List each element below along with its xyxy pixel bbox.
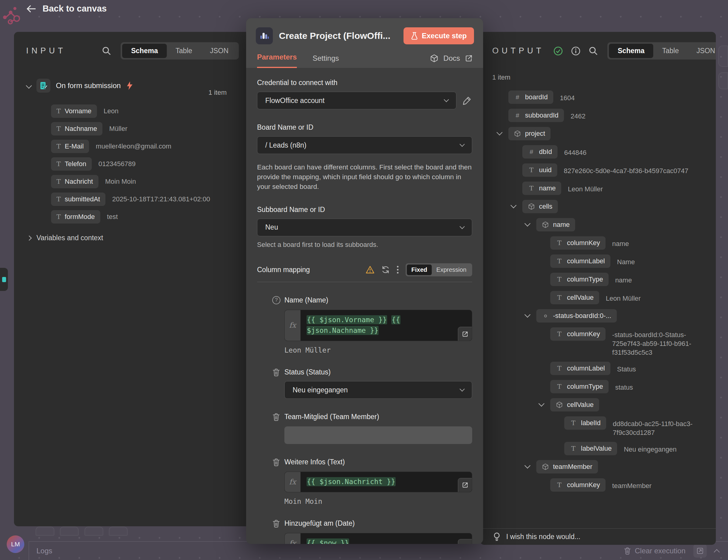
input-field-row[interactable]: T Nachricht Moin Moin xyxy=(51,175,250,188)
input-source-row[interactable]: On form submission 1 item xyxy=(27,75,239,97)
tree-key-pill[interactable]: # boardId xyxy=(508,91,553,104)
tree-row[interactable]: # subboardId 2462 xyxy=(480,109,716,122)
logs-label[interactable]: Logs xyxy=(36,547,52,555)
tree-key-pill[interactable]: name xyxy=(536,218,575,232)
tree-key-pill[interactable]: T labelValue xyxy=(564,442,617,455)
chevron-icon[interactable] xyxy=(524,221,531,227)
tree-key-pill[interactable]: T columnLabel xyxy=(550,255,610,268)
board-select[interactable]: / Leads (n8n) xyxy=(257,136,472,154)
tree-row[interactable]: T columnKey name xyxy=(480,236,716,250)
tree-row[interactable]: T uuid 827e260c-5d0e-4ca7-bf36-b4597cac0… xyxy=(480,163,716,177)
trash-icon[interactable] xyxy=(272,519,280,528)
toggle-expression[interactable]: Expression xyxy=(432,265,471,275)
credential-select[interactable]: FlowOffice account xyxy=(257,92,456,109)
edit-credential-pencil-icon[interactable] xyxy=(462,95,472,106)
expand-expression-icon[interactable] xyxy=(458,327,472,341)
refresh-icon[interactable] xyxy=(381,266,390,274)
chevron-up-icon[interactable] xyxy=(714,549,720,555)
tree-key-pill[interactable]: -status-boardId:0-... xyxy=(536,309,617,322)
avatar[interactable]: LM xyxy=(7,535,24,553)
tab-json[interactable]: JSON xyxy=(201,44,237,58)
tree-row[interactable]: -status-boardId:0-... xyxy=(480,309,716,322)
tree-row[interactable]: project xyxy=(480,127,716,140)
tree-key-pill[interactable]: T columnLabel xyxy=(550,362,610,375)
tree-key-pill[interactable]: T columnKey xyxy=(550,327,606,341)
input-field-row[interactable]: T Telefon 0123456789 xyxy=(51,157,250,171)
team-member-input[interactable] xyxy=(284,426,472,444)
field-key-pill[interactable]: T Nachricht xyxy=(51,175,98,188)
chevron-down-icon[interactable] xyxy=(26,83,32,89)
tree-row[interactable]: cells xyxy=(480,200,716,213)
tree-row[interactable]: T columnType name xyxy=(480,273,716,286)
back-to-canvas[interactable]: Back to canvas xyxy=(26,4,107,14)
expression-code[interactable]: {{ $json.Nachricht }} xyxy=(300,472,472,492)
docs-link[interactable]: Docs xyxy=(443,54,460,63)
open-logs-panel-icon[interactable] xyxy=(693,544,707,558)
expression-editor[interactable]: fx {{ $json.Vorname }} {{ $json.Nachname… xyxy=(284,310,472,341)
tree-row[interactable]: # dbId 644846 xyxy=(480,145,716,159)
expand-expression-icon[interactable] xyxy=(458,539,472,544)
execute-step-button[interactable]: Execute step xyxy=(403,27,474,44)
collapsed-node-tab[interactable] xyxy=(0,268,8,291)
tree-key-pill[interactable]: T uuid xyxy=(522,163,557,177)
tree-row[interactable]: T labelValue Neu eingegangen xyxy=(480,442,716,455)
tree-key-pill[interactable]: cells xyxy=(522,200,558,213)
node-feedback-bar[interactable]: I wish this node would... xyxy=(480,528,716,545)
kebab-menu-icon[interactable] xyxy=(397,265,399,274)
tree-row[interactable]: T columnKey teamMember xyxy=(480,478,716,492)
tab-parameters[interactable]: Parameters xyxy=(257,53,297,68)
subboard-select[interactable]: Neu xyxy=(257,219,472,236)
tree-key-pill[interactable]: # dbId xyxy=(522,145,558,159)
search-icon[interactable] xyxy=(589,46,598,56)
tree-row[interactable]: # boardId 1604 xyxy=(480,91,716,104)
tab-schema[interactable]: Schema xyxy=(122,44,167,58)
tree-row[interactable]: T columnLabel Name xyxy=(480,255,716,268)
toggle-fixed[interactable]: Fixed xyxy=(407,265,432,275)
field-key-pill[interactable]: T Vorname xyxy=(51,105,97,118)
tree-row[interactable]: cellValue xyxy=(480,398,716,411)
tree-key-pill[interactable]: T labelId xyxy=(564,416,606,430)
expression-code[interactable]: {{ $json.Vorname }} {{ $json.Nachname }} xyxy=(300,310,472,341)
tree-row[interactable]: T columnKey -status-boardId:0-Status-725… xyxy=(480,327,716,357)
chevron-icon[interactable] xyxy=(496,129,503,136)
tree-key-pill[interactable]: T columnKey xyxy=(550,478,606,492)
tree-key-pill[interactable]: T columnType xyxy=(550,273,609,286)
tree-row[interactable]: T labelId dd8dcab0-ac25-11f0-bac3-7f9c30… xyxy=(480,416,716,437)
tree-key-pill[interactable]: T columnType xyxy=(550,380,609,393)
tab-json[interactable]: JSON xyxy=(688,44,716,58)
status-select[interactable]: Neu eingegangen xyxy=(284,381,472,399)
variables-and-context[interactable]: Variables and context xyxy=(27,234,250,242)
field-key-pill[interactable]: T E-Mail xyxy=(51,140,89,153)
tree-key-pill[interactable]: cellValue xyxy=(550,398,599,411)
clear-execution-button[interactable]: Clear execution xyxy=(624,547,685,555)
expression-code[interactable]: {{ $now }} xyxy=(300,533,472,544)
help-icon[interactable]: ? xyxy=(272,296,280,304)
tree-row[interactable]: T columnLabel Status xyxy=(480,362,716,375)
trash-icon[interactable] xyxy=(272,368,280,376)
tree-row[interactable]: teamMember xyxy=(480,460,716,473)
search-icon[interactable] xyxy=(102,46,112,56)
expand-expression-icon[interactable] xyxy=(458,478,472,492)
tree-key-pill[interactable]: T columnKey xyxy=(550,236,606,250)
tree-row[interactable]: T cellValue Leon Müller xyxy=(480,291,716,304)
chevron-icon[interactable] xyxy=(538,400,544,407)
tree-row[interactable]: T columnType status xyxy=(480,380,716,393)
chevron-icon[interactable] xyxy=(510,202,517,208)
tree-key-pill[interactable]: project xyxy=(508,127,551,140)
trash-icon[interactable] xyxy=(272,458,280,466)
field-key-pill[interactable]: T formMode xyxy=(51,210,100,224)
tab-table[interactable]: Table xyxy=(653,44,688,58)
warning-icon[interactable] xyxy=(366,266,375,274)
info-icon[interactable] xyxy=(571,46,581,56)
field-key-pill[interactable]: T Nachname xyxy=(51,122,102,136)
input-field-row[interactable]: T submittedAt 2025-10-18T17:21:43.081+02… xyxy=(51,193,250,206)
tree-key-pill[interactable]: T name xyxy=(522,182,561,195)
tab-table[interactable]: Table xyxy=(167,44,201,58)
tab-settings[interactable]: Settings xyxy=(313,54,339,68)
tree-key-pill[interactable]: T cellValue xyxy=(550,291,599,304)
node-title[interactable]: Create Project (FlowOffi... xyxy=(279,31,397,41)
tree-row[interactable]: name xyxy=(480,218,716,232)
expression-editor[interactable]: fx {{ $now }} xyxy=(284,533,472,544)
input-field-row[interactable]: T E-Mail mueller4leon@gmail.com xyxy=(51,140,250,153)
tab-schema[interactable]: Schema xyxy=(609,44,653,58)
